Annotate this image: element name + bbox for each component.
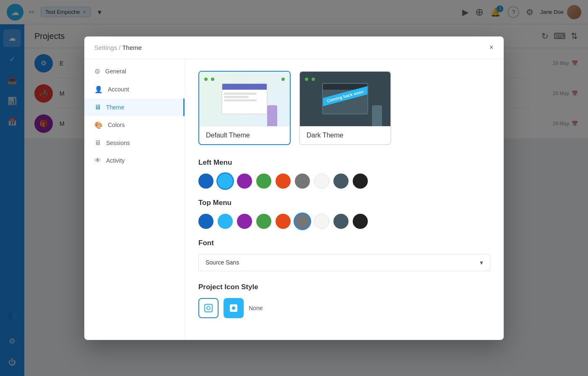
dark-theme-label: Dark Theme <box>300 126 390 144</box>
dark-theme-preview: Coming back soon <box>300 72 390 126</box>
color-circle-gray[interactable] <box>295 174 310 189</box>
nav-label-sessions: Sessions <box>106 140 130 146</box>
font-label: Font <box>198 239 490 247</box>
svg-rect-0 <box>205 304 212 312</box>
nav-label-general: General <box>105 68 126 75</box>
icon-style-section: Project Icon Style <box>198 283 490 318</box>
modal-header: Settings / Theme × <box>84 36 504 59</box>
modal-overlay: Settings / Theme × ⚙ General 👤 Account 🖥… <box>0 0 588 376</box>
default-theme-label: Default Theme <box>199 126 290 144</box>
top-menu-label: Top Menu <box>198 199 490 207</box>
default-theme-preview <box>199 72 290 126</box>
nav-item-theme[interactable]: 🖥 Theme <box>84 99 185 116</box>
color-circle-orange[interactable] <box>276 174 291 189</box>
left-menu-colors <box>198 174 490 189</box>
left-menu-section: Left Menu <box>198 158 490 189</box>
icon-style-outlined[interactable] <box>198 298 219 318</box>
settings-modal: Settings / Theme × ⚙ General 👤 Account 🖥… <box>84 36 504 340</box>
icon-style-label: Project Icon Style <box>198 283 490 291</box>
color-circle-purple-top[interactable] <box>237 214 252 229</box>
color-circle-black[interactable] <box>353 174 368 189</box>
coming-soon-badge: Coming back soon <box>323 85 367 108</box>
top-menu-section: Top Menu <box>198 199 490 229</box>
font-select[interactable]: Source Sans ▾ <box>198 254 490 271</box>
color-circle-blue-dark[interactable] <box>198 174 213 189</box>
color-circle-black-top[interactable] <box>353 214 368 229</box>
color-circle-blue-light-top[interactable] <box>218 214 233 229</box>
nav-item-sessions[interactable]: 🖥 Sessions <box>84 134 185 152</box>
modal-body: ⚙ General 👤 Account 🖥 Theme 🎨 Colors 🖥 <box>84 59 504 340</box>
activity-icon: 👁 <box>94 157 101 164</box>
color-circle-green-top[interactable] <box>256 214 271 229</box>
nav-item-general[interactable]: ⚙ General <box>84 62 185 80</box>
nav-label-activity: Activity <box>106 157 125 164</box>
color-circle-orange-top[interactable] <box>276 214 291 229</box>
theme-card-dark[interactable]: Coming back soon Dark Theme <box>299 71 391 145</box>
nav-item-colors[interactable]: 🎨 Colors <box>84 116 185 134</box>
svg-point-1 <box>207 306 210 310</box>
colors-icon: 🎨 <box>94 121 103 129</box>
color-circle-slate-top[interactable] <box>333 214 349 229</box>
close-modal-button[interactable]: × <box>489 43 494 52</box>
left-menu-label: Left Menu <box>198 158 490 167</box>
color-circle-green[interactable] <box>256 174 271 189</box>
color-circle-purple[interactable] <box>237 174 252 189</box>
modal-breadcrumb: Settings / Theme <box>94 44 142 51</box>
nav-item-activity[interactable]: 👁 Activity <box>84 152 185 169</box>
color-circle-white-top[interactable] <box>314 214 329 229</box>
icon-style-filled[interactable] <box>224 298 244 318</box>
nav-label-account: Account <box>108 86 129 93</box>
sessions-icon: 🖥 <box>94 139 101 147</box>
font-value: Source Sans <box>206 259 239 266</box>
theme-card-container: Default Theme <box>198 71 490 145</box>
chevron-down-icon: ▾ <box>480 259 483 267</box>
color-circle-blue-dark-top[interactable] <box>198 214 213 229</box>
nav-label-theme: Theme <box>106 104 125 111</box>
icon-style-options: None <box>198 298 490 318</box>
top-menu-colors <box>198 214 490 229</box>
color-circle-blue-light[interactable] <box>218 174 233 189</box>
nav-item-account[interactable]: 👤 Account <box>84 80 185 99</box>
color-circle-gray-top[interactable] <box>295 214 310 229</box>
theme-card-default[interactable]: Default Theme <box>198 71 291 145</box>
icon-style-none[interactable]: None <box>249 305 263 311</box>
modal-content: Default Theme <box>185 59 504 340</box>
color-circle-slate[interactable] <box>333 174 349 189</box>
nav-label-colors: Colors <box>108 122 125 128</box>
theme-icon: 🖥 <box>94 104 101 111</box>
font-section: Font Source Sans ▾ <box>198 239 490 271</box>
general-icon: ⚙ <box>94 67 100 75</box>
svg-point-3 <box>232 306 235 310</box>
modal-sidebar: ⚙ General 👤 Account 🖥 Theme 🎨 Colors 🖥 <box>84 59 185 340</box>
account-icon: 👤 <box>94 86 103 93</box>
color-circle-white[interactable] <box>314 174 329 189</box>
